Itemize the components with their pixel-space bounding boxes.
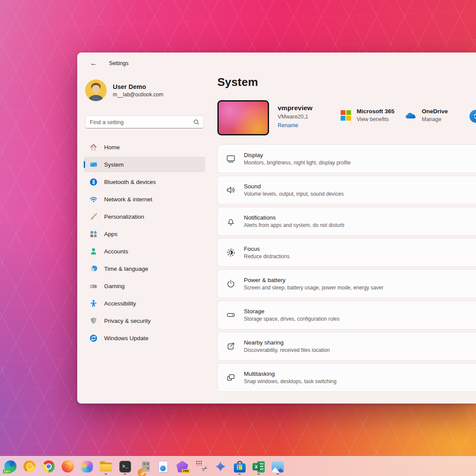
sidebar-item-personalization[interactable]: Personalization — [84, 209, 205, 224]
document-globe-icon[interactable] — [156, 457, 170, 476]
settings-row-display[interactable]: Display Monitors, brightness, night ligh… — [217, 144, 476, 173]
taskbar-icon-strip: DEV >_ PRE — [3, 456, 285, 476]
shield-icon — [89, 317, 98, 325]
sidebar-item-bluetooth[interactable]: Bluetooth & devices — [84, 174, 205, 190]
paintbrush-icon — [89, 213, 98, 221]
accessibility-icon — [89, 299, 98, 308]
rename-link[interactable]: Rename — [278, 122, 312, 128]
sidebar-item-system[interactable]: System — [84, 157, 205, 172]
row-subtitle: Screen and sleep, battery usage, power m… — [244, 285, 384, 291]
sidebar-item-label: Accounts — [104, 248, 128, 255]
onedrive-title: OneDrive — [422, 108, 448, 115]
row-title: Notifications — [244, 214, 344, 221]
sidebar-item-label: Privacy & security — [104, 318, 151, 324]
profile-name: User Demo — [113, 83, 163, 90]
row-title: Nearby sharing — [244, 339, 330, 346]
sidebar-item-home[interactable]: Home — [84, 139, 205, 155]
row-subtitle: Snap windows, desktops, task switching — [244, 378, 336, 384]
microsoft-365-title: Microsoft 365 — [357, 108, 394, 115]
profile-text: User Demo m__lab@outlook.com — [113, 83, 163, 98]
sidebar-item-apps[interactable]: Apps — [84, 226, 205, 242]
share-icon — [225, 341, 236, 352]
microsoft-365-icon — [341, 110, 351, 121]
user-profile[interactable]: User Demo m__lab@outlook.com — [85, 79, 205, 102]
windows-update-status-icon — [469, 110, 476, 123]
bell-icon — [225, 216, 236, 227]
settings-row-sound[interactable]: Sound Volume levels, output, input, soun… — [217, 176, 476, 204]
back-button[interactable]: ← — [87, 58, 100, 69]
dev-tools-icon[interactable] — [137, 457, 151, 476]
display-icon — [225, 153, 236, 164]
sidebar-item-label: Gaming — [104, 283, 125, 289]
sidebar-item-time-language[interactable]: Time & language — [84, 261, 205, 276]
taskbar: DEV >_ PRE — [0, 456, 476, 476]
update-icon — [89, 334, 98, 342]
view-benefits-link[interactable]: View benefits — [357, 116, 394, 122]
bluetooth-icon — [89, 178, 98, 186]
onedrive-cloud-icon — [405, 112, 416, 119]
settings-row-notifications[interactable]: Notifications Alerts from apps and syste… — [217, 207, 476, 236]
sidebar-item-accounts[interactable]: Accounts — [84, 243, 205, 259]
window-title: Settings — [109, 60, 128, 66]
sidebar-nav: Home System — [84, 139, 205, 346]
excel-icon[interactable]: X — [252, 457, 266, 476]
sidebar-item-network[interactable]: Network & internet — [84, 191, 205, 207]
row-title: Display — [244, 152, 351, 158]
row-title: Focus — [244, 246, 289, 252]
settings-row-nearby-sharing[interactable]: Nearby sharing Discoverability, received… — [217, 332, 476, 361]
edge-dev-icon[interactable]: DEV — [3, 457, 17, 476]
settings-row-focus[interactable]: Focus Reduce distractions — [217, 238, 476, 267]
row-subtitle: Alerts from apps and system, do not dist… — [244, 222, 344, 228]
chrome-canary-icon[interactable] — [23, 457, 36, 476]
storage-icon — [225, 309, 236, 321]
chrome-icon[interactable] — [42, 457, 56, 476]
device-name: vmpreview — [278, 104, 312, 112]
row-title: Power & battery — [244, 277, 384, 283]
system-icon — [89, 161, 98, 169]
sidebar-item-label: Apps — [104, 231, 118, 237]
settings-row-power[interactable]: Power & battery Screen and sleep, batter… — [217, 269, 476, 298]
settings-list: Display Monitors, brightness, night ligh… — [217, 144, 476, 392]
terminal-icon[interactable]: >_ — [118, 457, 132, 476]
device-info: vmpreview VMware20,1 Rename — [278, 104, 312, 128]
profile-email: m__lab@outlook.com — [113, 92, 163, 98]
firefox-icon[interactable] — [61, 457, 75, 476]
sidebar-item-gaming[interactable]: Gaming — [84, 278, 205, 294]
microsoft-store-icon[interactable] — [233, 457, 246, 476]
search-icon — [194, 119, 199, 125]
snipping-tool-icon[interactable]: ✂ — [194, 457, 208, 476]
dev-home-preview-icon[interactable]: PRE — [175, 457, 189, 476]
search-input[interactable] — [90, 119, 194, 125]
sidebar-item-accessibility[interactable]: Accessibility — [84, 295, 205, 311]
focus-icon — [225, 247, 236, 258]
multitasking-icon — [225, 372, 236, 383]
device-header: vmpreview VMware20,1 Rename Microsoft 36… — [217, 100, 476, 136]
row-subtitle: Reduce distractions — [244, 253, 289, 259]
sidebar-item-windows-update[interactable]: Windows Update — [84, 330, 205, 346]
home-icon — [89, 143, 98, 151]
sidebar-item-privacy[interactable]: Privacy & security — [84, 313, 205, 328]
row-subtitle: Storage space, drives, configuration rul… — [244, 316, 340, 322]
row-title: Multitasking — [244, 371, 336, 377]
file-explorer-icon[interactable] — [99, 457, 113, 476]
onedrive-manage-link[interactable]: Manage — [422, 116, 448, 122]
wifi-icon — [89, 195, 98, 204]
sparkle-icon[interactable] — [213, 457, 227, 476]
row-subtitle: Monitors, brightness, night light, displ… — [244, 160, 351, 166]
microsoft-365-block: Microsoft 365 View benefits — [341, 108, 394, 122]
search-box[interactable] — [85, 115, 204, 128]
titlebar: ← Settings — [84, 53, 205, 74]
row-title: Storage — [244, 308, 340, 315]
settings-row-storage[interactable]: Storage Storage space, drives, configura… — [217, 301, 476, 329]
sidebar-item-label: Accessibility — [104, 300, 136, 307]
sidebar-item-label: Network & internet — [104, 196, 152, 203]
sidebar-item-label: Bluetooth & devices — [104, 179, 156, 185]
photos-icon[interactable] — [271, 457, 285, 476]
settings-row-multitasking[interactable]: Multitasking Snap windows, desktops, tas… — [217, 363, 476, 392]
apps-icon — [89, 230, 98, 238]
settings-window: ← Settings User Demo m__lab@outlook.com — [77, 53, 476, 404]
copilot-icon[interactable] — [80, 457, 94, 476]
device-wallpaper-thumbnail — [217, 100, 269, 135]
sidebar: ← Settings User Demo m__lab@outlook.com — [77, 53, 205, 404]
avatar — [85, 79, 107, 101]
